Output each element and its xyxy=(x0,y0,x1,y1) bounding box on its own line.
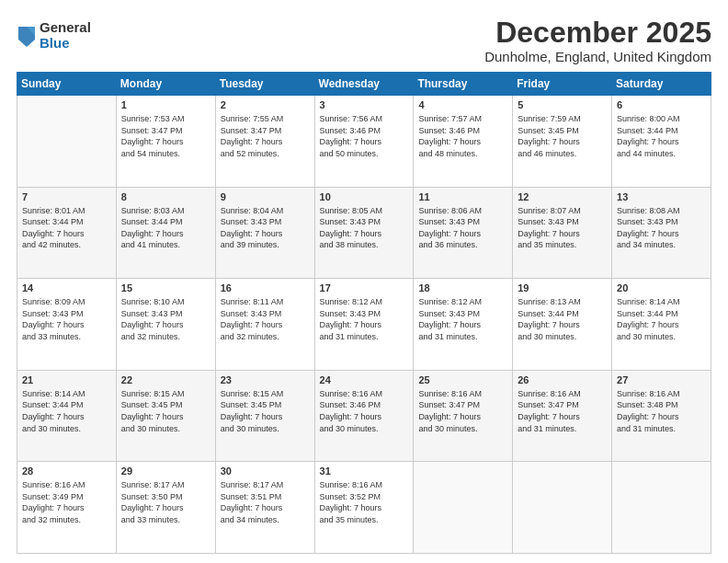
day-number: 23 xyxy=(221,373,310,387)
day-info: Sunrise: 7:57 AMSunset: 3:46 PMDaylight:… xyxy=(418,113,507,159)
day-number: 16 xyxy=(221,282,310,295)
col-header-sunday: Sunday xyxy=(17,73,117,96)
calendar-cell: 2Sunrise: 7:55 AMSunset: 3:47 PMDaylight… xyxy=(215,96,314,188)
day-info: Sunrise: 8:15 AMSunset: 3:45 PMDaylight:… xyxy=(221,388,310,434)
logo-icon xyxy=(17,23,37,49)
day-number: 13 xyxy=(617,190,706,204)
day-info: Sunrise: 8:04 AMSunset: 3:43 PMDaylight:… xyxy=(221,205,310,251)
day-number: 21 xyxy=(22,373,111,387)
calendar-cell: 14Sunrise: 8:09 AMSunset: 3:43 PMDayligh… xyxy=(17,279,117,371)
day-number: 18 xyxy=(418,282,507,295)
day-number: 29 xyxy=(121,465,210,478)
subtitle: Dunholme, England, United Kingdom xyxy=(484,49,711,64)
calendar-cell: 25Sunrise: 8:16 AMSunset: 3:47 PMDayligh… xyxy=(414,370,513,462)
day-info: Sunrise: 8:07 AMSunset: 3:43 PMDaylight:… xyxy=(518,205,607,251)
day-info: Sunrise: 8:17 AMSunset: 3:51 PMDaylight:… xyxy=(221,479,310,525)
calendar-cell: 15Sunrise: 8:10 AMSunset: 3:43 PMDayligh… xyxy=(116,279,215,371)
calendar-cell: 10Sunrise: 8:05 AMSunset: 3:43 PMDayligh… xyxy=(314,187,414,279)
calendar-cell: 4Sunrise: 7:57 AMSunset: 3:46 PMDaylight… xyxy=(414,96,513,188)
col-header-monday: Monday xyxy=(116,73,215,96)
logo-blue-text: Blue xyxy=(40,36,91,52)
day-info: Sunrise: 8:06 AMSunset: 3:43 PMDaylight:… xyxy=(418,205,507,251)
calendar-cell: 22Sunrise: 8:15 AMSunset: 3:45 PMDayligh… xyxy=(116,370,215,462)
calendar-cell: 9Sunrise: 8:04 AMSunset: 3:43 PMDaylight… xyxy=(215,187,314,279)
title-block: December 2025 Dunholme, England, United … xyxy=(484,17,711,64)
day-info: Sunrise: 8:13 AMSunset: 3:44 PMDaylight:… xyxy=(518,296,607,342)
day-number: 17 xyxy=(320,282,409,295)
day-number: 28 xyxy=(22,465,111,478)
day-info: Sunrise: 8:09 AMSunset: 3:43 PMDaylight:… xyxy=(22,296,111,342)
calendar-cell: 30Sunrise: 8:17 AMSunset: 3:51 PMDayligh… xyxy=(215,462,314,554)
col-header-saturday: Saturday xyxy=(612,73,711,96)
calendar-cell: 6Sunrise: 8:00 AMSunset: 3:44 PMDaylight… xyxy=(612,96,711,188)
calendar-cell: 5Sunrise: 7:59 AMSunset: 3:45 PMDaylight… xyxy=(513,96,612,188)
page: General Blue December 2025 Dunholme, Eng… xyxy=(0,0,728,563)
day-number: 31 xyxy=(320,465,409,478)
day-info: Sunrise: 8:14 AMSunset: 3:44 PMDaylight:… xyxy=(22,388,111,434)
calendar-cell: 29Sunrise: 8:17 AMSunset: 3:50 PMDayligh… xyxy=(116,462,215,554)
calendar-cell xyxy=(17,96,117,188)
day-info: Sunrise: 8:16 AMSunset: 3:46 PMDaylight:… xyxy=(320,388,409,434)
logo-text: General Blue xyxy=(40,20,91,51)
day-info: Sunrise: 8:00 AMSunset: 3:44 PMDaylight:… xyxy=(617,113,706,159)
day-info: Sunrise: 8:11 AMSunset: 3:43 PMDaylight:… xyxy=(221,296,310,342)
calendar-cell: 13Sunrise: 8:08 AMSunset: 3:43 PMDayligh… xyxy=(612,187,711,279)
calendar-cell: 7Sunrise: 8:01 AMSunset: 3:44 PMDaylight… xyxy=(17,187,117,279)
day-number: 12 xyxy=(518,190,607,204)
calendar-cell: 24Sunrise: 8:16 AMSunset: 3:46 PMDayligh… xyxy=(314,370,414,462)
calendar-cell xyxy=(513,462,612,554)
day-info: Sunrise: 8:12 AMSunset: 3:43 PMDaylight:… xyxy=(320,296,409,342)
day-number: 1 xyxy=(121,98,210,112)
day-info: Sunrise: 8:10 AMSunset: 3:43 PMDaylight:… xyxy=(121,296,210,342)
day-number: 4 xyxy=(418,98,507,112)
day-number: 15 xyxy=(121,282,210,295)
day-info: Sunrise: 8:08 AMSunset: 3:43 PMDaylight:… xyxy=(617,205,706,251)
calendar-cell xyxy=(612,462,711,554)
calendar-cell: 16Sunrise: 8:11 AMSunset: 3:43 PMDayligh… xyxy=(215,279,314,371)
calendar-cell: 26Sunrise: 8:16 AMSunset: 3:47 PMDayligh… xyxy=(513,370,612,462)
day-number: 14 xyxy=(22,282,111,295)
day-number: 5 xyxy=(518,98,607,112)
day-info: Sunrise: 8:14 AMSunset: 3:44 PMDaylight:… xyxy=(617,296,706,342)
calendar-cell: 19Sunrise: 8:13 AMSunset: 3:44 PMDayligh… xyxy=(513,279,612,371)
calendar-cell: 28Sunrise: 8:16 AMSunset: 3:49 PMDayligh… xyxy=(17,462,117,554)
day-number: 24 xyxy=(320,373,409,387)
calendar-cell: 17Sunrise: 8:12 AMSunset: 3:43 PMDayligh… xyxy=(314,279,414,371)
calendar-cell: 1Sunrise: 7:53 AMSunset: 3:47 PMDaylight… xyxy=(116,96,215,188)
day-info: Sunrise: 8:16 AMSunset: 3:52 PMDaylight:… xyxy=(320,479,409,525)
day-info: Sunrise: 8:15 AMSunset: 3:45 PMDaylight:… xyxy=(121,388,210,434)
day-info: Sunrise: 8:16 AMSunset: 3:47 PMDaylight:… xyxy=(518,388,607,434)
day-number: 27 xyxy=(617,373,706,387)
day-info: Sunrise: 8:17 AMSunset: 3:50 PMDaylight:… xyxy=(121,479,210,525)
day-number: 3 xyxy=(320,98,409,112)
day-number: 22 xyxy=(121,373,210,387)
calendar-cell: 11Sunrise: 8:06 AMSunset: 3:43 PMDayligh… xyxy=(414,187,513,279)
main-title: December 2025 xyxy=(484,17,711,49)
day-info: Sunrise: 8:16 AMSunset: 3:47 PMDaylight:… xyxy=(418,388,507,434)
day-number: 2 xyxy=(221,98,310,112)
day-number: 19 xyxy=(518,282,607,295)
day-number: 10 xyxy=(320,190,409,204)
calendar-cell: 8Sunrise: 8:03 AMSunset: 3:44 PMDaylight… xyxy=(116,187,215,279)
day-info: Sunrise: 8:12 AMSunset: 3:43 PMDaylight:… xyxy=(418,296,507,342)
day-number: 7 xyxy=(22,190,111,204)
calendar-cell: 23Sunrise: 8:15 AMSunset: 3:45 PMDayligh… xyxy=(215,370,314,462)
calendar-cell xyxy=(414,462,513,554)
day-number: 25 xyxy=(418,373,507,387)
col-header-tuesday: Tuesday xyxy=(215,73,314,96)
day-number: 20 xyxy=(617,282,706,295)
day-info: Sunrise: 8:05 AMSunset: 3:43 PMDaylight:… xyxy=(320,205,409,251)
day-info: Sunrise: 8:01 AMSunset: 3:44 PMDaylight:… xyxy=(22,205,111,251)
day-info: Sunrise: 7:55 AMSunset: 3:47 PMDaylight:… xyxy=(221,113,310,159)
calendar-cell: 18Sunrise: 8:12 AMSunset: 3:43 PMDayligh… xyxy=(414,279,513,371)
calendar-cell: 3Sunrise: 7:56 AMSunset: 3:46 PMDaylight… xyxy=(314,96,414,188)
day-number: 26 xyxy=(518,373,607,387)
calendar-cell: 21Sunrise: 8:14 AMSunset: 3:44 PMDayligh… xyxy=(17,370,117,462)
col-header-wednesday: Wednesday xyxy=(314,73,414,96)
calendar-cell: 12Sunrise: 8:07 AMSunset: 3:43 PMDayligh… xyxy=(513,187,612,279)
calendar-cell: 31Sunrise: 8:16 AMSunset: 3:52 PMDayligh… xyxy=(314,462,414,554)
day-info: Sunrise: 8:16 AMSunset: 3:48 PMDaylight:… xyxy=(617,388,706,434)
day-number: 8 xyxy=(121,190,210,204)
day-number: 6 xyxy=(617,98,706,112)
day-info: Sunrise: 7:56 AMSunset: 3:46 PMDaylight:… xyxy=(320,113,409,159)
